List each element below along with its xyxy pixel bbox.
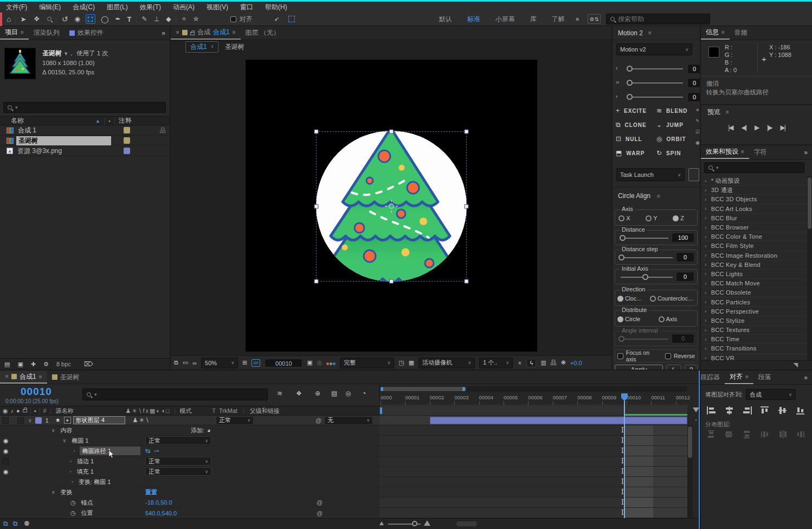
distance-step-value[interactable]: 0 <box>676 252 694 262</box>
menu-item[interactable]: 视图(V) <box>201 3 234 12</box>
pickwhip-icon[interactable]: @ <box>317 510 323 517</box>
panel-menu-icon[interactable]: ≡ <box>648 30 652 36</box>
motion-tool-button[interactable]: ≋BLEND <box>656 105 697 116</box>
tab-overflow[interactable]: » <box>800 374 812 381</box>
tab-audio[interactable]: 音频 <box>730 26 752 40</box>
timeline-button-icon[interactable]: ▥ <box>540 359 546 366</box>
effect-category-row[interactable]: ›BCC Film Style <box>701 241 807 251</box>
fast-preview-icon[interactable]: ϟ <box>526 359 536 367</box>
column-comment[interactable]: 注释 <box>119 116 132 125</box>
tab-layer[interactable]: 图层 （无） <box>241 26 285 40</box>
pickwhip-icon[interactable]: @ <box>317 499 323 506</box>
current-timecode[interactable]: 00010 <box>21 386 52 398</box>
tab-effect-controls[interactable]: 效果控件 <box>65 26 108 40</box>
motion-blur-toggle-icon[interactable]: ⧉ <box>13 520 18 527</box>
motion-tool-button[interactable]: ⊡NULL <box>616 133 656 144</box>
flowchart-icon[interactable]: 品 <box>160 126 166 135</box>
align-bottom-button[interactable] <box>794 404 808 416</box>
close-icon[interactable]: × <box>176 29 179 36</box>
timeline-tab-tree[interactable]: 圣诞树 <box>47 371 85 384</box>
layer-label-swatch[interactable] <box>35 417 42 424</box>
composition-mini-flowchart-icon[interactable]: ≋ <box>277 390 282 397</box>
snap-toggle[interactable]: 对齐 <box>230 15 253 24</box>
expander-icon[interactable]: ∨ <box>63 438 67 443</box>
camera-tool-icon[interactable]: ◉ <box>74 15 80 23</box>
zoom-in-mountain-icon[interactable] <box>424 520 430 526</box>
motion-tool-button[interactable]: +EXCITE <box>616 105 656 116</box>
graph-editor-icon[interactable]: ◔ <box>362 390 366 397</box>
slider-knob[interactable] <box>620 235 626 241</box>
label-column-icon[interactable]: ⬩ <box>108 118 111 124</box>
slider-knob[interactable] <box>618 254 624 260</box>
workspace-item[interactable]: 了解 <box>544 15 572 24</box>
prop-row-transform-ellipse[interactable]: › 变换: 椭圆 1 <box>0 477 379 487</box>
chevron-right-icon[interactable]: › <box>705 317 707 323</box>
scrollbar-thumb[interactable] <box>688 426 692 458</box>
lock-icon[interactable] <box>190 32 195 35</box>
viewer-timecode[interactable]: 00010 <box>265 359 302 367</box>
ellipse-mode-dropdown[interactable]: 正常∨ <box>145 436 211 445</box>
align-top-button[interactable] <box>758 404 772 416</box>
view-layout-dropdown[interactable]: 1 个..∨ <box>479 358 513 368</box>
pickwhip-icon[interactable]: @ <box>315 417 321 424</box>
panel-menu-icon[interactable]: ≡ <box>233 29 236 35</box>
eye-icon[interactable]: ◉ <box>3 437 9 444</box>
graph-row[interactable]: I <box>379 487 687 498</box>
tab-info[interactable]: 信息≡ <box>701 26 730 40</box>
effect-category-row[interactable]: ›BCC Lights <box>701 270 807 279</box>
pen-tool-icon[interactable]: ✒ <box>115 15 120 23</box>
region-of-interest-icon[interactable] <box>288 16 295 22</box>
prop-row-position[interactable]: ◷ 位置 540.0,540.0 @ <box>0 508 379 518</box>
tab-effects-presets[interactable]: 效果和预设≡ <box>701 145 749 159</box>
effect-category-row[interactable]: ›BCC Blur <box>701 214 807 223</box>
mask-visibility-icon[interactable]: ➶ <box>274 15 280 23</box>
effect-category-row[interactable]: ›BCC Browser <box>701 223 807 232</box>
slider-track[interactable] <box>628 97 683 98</box>
resolution-dropdown[interactable]: 完整∨ <box>340 358 394 368</box>
distance-value[interactable]: 100 <box>672 233 694 243</box>
reverse-checkbox[interactable] <box>665 353 671 359</box>
graph-row[interactable]: I <box>379 508 687 518</box>
brainstorm-icon[interactable]: ⚉ <box>24 520 30 527</box>
motion-tool-button[interactable]: ⧉CLONE <box>616 119 656 130</box>
transport-button[interactable]: ◀| <box>742 124 746 131</box>
layer-duration-bar[interactable] <box>430 417 687 424</box>
zoom-handle-right[interactable] <box>462 387 465 391</box>
layer-switches[interactable]: ♟✳∖ <box>133 417 150 424</box>
column-name[interactable]: 名称 <box>11 116 24 125</box>
graph-row[interactable]: I <box>379 467 687 477</box>
panel-menu-icon[interactable]: ≡ <box>721 29 725 35</box>
chevron-right-icon[interactable]: › <box>705 243 707 249</box>
shy-layers-icon[interactable]: ⊕ <box>315 390 320 397</box>
motion-tool-button[interactable]: ⌄JUMP <box>656 119 697 130</box>
prop-row-ellipse1[interactable]: ◉ ∨ 椭圆 1 正常∨ <box>0 436 379 446</box>
chevron-right-icon[interactable]: › <box>705 299 707 305</box>
timeline-search-box[interactable]: ▾ <box>82 388 268 400</box>
color-depth-label[interactable]: 8 bpc <box>56 361 71 367</box>
video-toggle[interactable] <box>2 417 9 424</box>
expander-icon[interactable]: ∨ <box>51 489 55 495</box>
graph-row[interactable]: I <box>379 446 687 456</box>
workspace-item[interactable]: 标准 <box>460 15 488 24</box>
effect-category-row[interactable]: ›BCC Color & Tone <box>701 232 807 241</box>
snap-checkbox[interactable] <box>230 16 236 22</box>
chevron-right-icon[interactable]: › <box>705 178 707 184</box>
exposure-value[interactable]: +0.0 <box>570 360 582 366</box>
stamp-tool-icon[interactable]: ⊥ <box>154 15 159 23</box>
shape-tool-icon[interactable]: ◯ <box>101 15 109 23</box>
timeline-vscrollbar[interactable] <box>687 425 693 518</box>
mode-header[interactable]: 模式 <box>179 407 191 415</box>
label-swatch[interactable] <box>124 127 130 133</box>
flowchart-icon[interactable]: 品 <box>551 359 557 367</box>
menu-item[interactable]: 合成(C) <box>67 3 101 12</box>
panel-title[interactable]: 预览 <box>707 107 720 117</box>
workspace-overflow[interactable]: » <box>576 15 579 23</box>
motion-tool-button[interactable]: ↻SPIN <box>656 148 697 158</box>
new-folder-icon[interactable]: ▣ <box>17 361 23 368</box>
chevron-right-icon[interactable]: › <box>705 215 707 221</box>
effect-category-row[interactable]: ›BCC Obsolete <box>701 288 807 297</box>
chevron-right-icon[interactable]: › <box>705 262 707 267</box>
region-of-interest-icon[interactable]: ◳ <box>398 359 404 366</box>
trkmat-header[interactable]: TrkMat <box>219 407 237 414</box>
magnification-dropdown[interactable]: 50%∨ <box>201 358 238 368</box>
